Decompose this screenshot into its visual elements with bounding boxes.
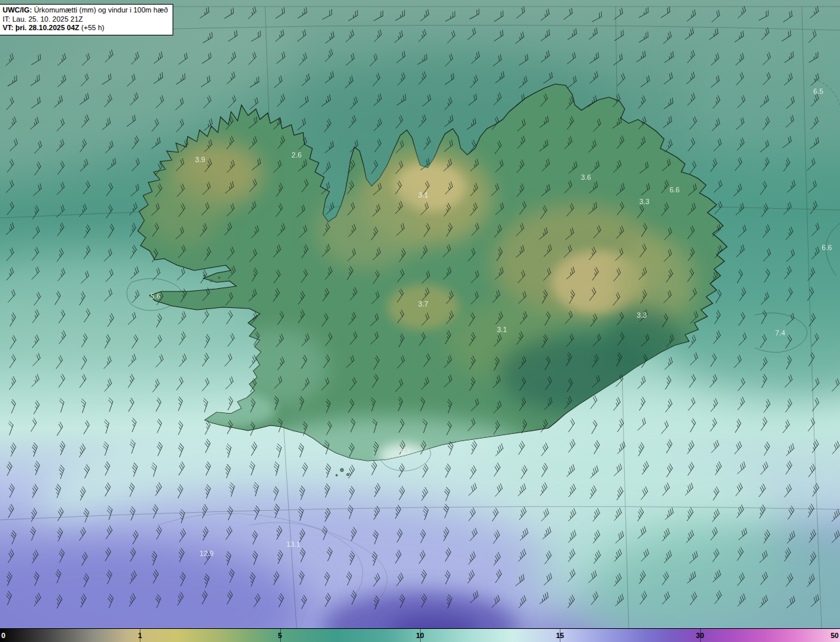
precip-value-label: 3.7 [418,300,428,308]
colorbar-tick-labels: 01510153050 [0,629,840,642]
precip-value-label: 3.9 [195,156,205,163]
precip-value-label: 3.6 [581,173,591,181]
precip-value-label: 6.5 [813,87,823,95]
precip-value-label: 12.9 [200,549,213,557]
valid-time-line: VT: þri. 28.10.2025 04Z (+55 h) [3,24,168,33]
colorbar-tick-label: 30 [696,631,704,639]
colorbar-tick-label: 0 [1,631,5,639]
map-canvas: 3.92.63.13.63.36.66.56.65.63.73.13.37.45… [0,0,840,629]
colorbar-tick-label: 50 [831,631,839,639]
init-time-line: IT: Lau. 25. 10. 2025 21Z [3,15,168,24]
precip-value-label: 6.6 [822,244,831,251]
precip-value-label: 3.1 [497,326,507,333]
title-box: UWC/IG: Úrkomumætti (mm) og vindur i 100… [0,4,173,35]
valid-time-offset: (+55 h) [79,24,104,32]
weather-map-page: 3.92.63.13.63.36.66.56.65.63.73.13.37.45… [0,0,840,642]
precip-value-label: 5.6 [150,292,160,300]
precip-value-label: 3.3 [639,198,649,205]
colorbar: 01510153050 [0,628,840,642]
precip-value-label: 3.1 [418,191,428,199]
precip-value-label: 2.6 [291,151,301,159]
precip-value-label: 5.7 [400,448,410,456]
colorbar-tick-label: 5 [278,631,282,639]
colorbar-tick-label: 1 [138,631,142,639]
precip-value-label: 7.4 [775,329,785,337]
precip-value-label: 3.3 [637,311,646,319]
model-name: UWC/IG: [3,6,32,14]
precip-value-label: 13.1 [286,540,300,548]
title-line: UWC/IG: Úrkomumætti (mm) og vindur i 100… [3,6,168,15]
colorbar-tick-label: 10 [416,631,424,639]
colorbar-tick-label: 15 [556,631,564,639]
valid-time-bold: VT: þri. 28.10.2025 04Z [3,24,79,32]
title-text: Úrkomumætti (mm) og vindur i 100m hæð [32,6,168,14]
precip-value-label: 6.6 [669,186,679,194]
